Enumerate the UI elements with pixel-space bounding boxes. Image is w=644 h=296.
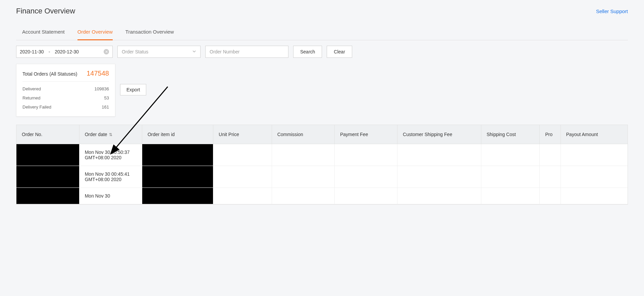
table-row[interactable]: Mon Nov 30 00:50:37 GMT+08:00 2020 (16, 144, 628, 166)
date-separator: - (49, 49, 50, 54)
cell-order-item-id-redacted (142, 144, 213, 166)
summary-value: 53 (104, 95, 109, 100)
order-number-input[interactable] (205, 46, 288, 58)
col-commission[interactable]: Commission (272, 125, 334, 144)
cell-promo (540, 166, 560, 188)
cell-order-date: Mon Nov 30 00:50:37 GMT+08:00 2020 (79, 144, 142, 166)
order-status-select[interactable]: Order Status (117, 46, 201, 58)
summary-row-returned: Returned 53 (22, 93, 109, 102)
summary-title: Total Orders (All Statuses) (22, 71, 77, 77)
cell-shipping-cost (481, 188, 540, 204)
summary-label: Returned (22, 95, 40, 100)
clear-date-icon[interactable]: ✕ (104, 49, 109, 54)
cell-unit-price (213, 144, 272, 166)
table-row[interactable]: Mon Nov 30 00:45:41 GMT+08:00 2020 (16, 166, 628, 188)
seller-support-link[interactable]: Seller Support (596, 8, 628, 14)
cell-promo (540, 144, 560, 166)
page-title: Finance Overview (16, 7, 75, 15)
order-status-placeholder: Order Status (122, 49, 148, 54)
cell-payment-fee (334, 188, 397, 204)
chevron-down-icon (192, 49, 196, 54)
col-order-date[interactable]: Order date ⇅ (79, 125, 142, 144)
clear-button[interactable]: Clear (327, 46, 352, 58)
col-customer-shipping-fee[interactable]: Customer Shipping Fee (397, 125, 481, 144)
cell-order-item-id-redacted (142, 188, 213, 204)
col-order-no[interactable]: Order No. (16, 125, 79, 144)
cell-payment-fee (334, 144, 397, 166)
cell-order-item-id-redacted (142, 166, 213, 188)
cell-payout-amount (560, 188, 628, 204)
summary-value: 109836 (95, 86, 109, 91)
table-row[interactable]: Mon Nov 30 (16, 188, 628, 204)
search-button[interactable]: Search (293, 46, 322, 58)
cell-unit-price (213, 166, 272, 188)
cell-order-date: Mon Nov 30 00:45:41 GMT+08:00 2020 (79, 166, 142, 188)
tabs: Account Statement Order Overview Transac… (16, 26, 628, 40)
cell-order-no-redacted (16, 144, 79, 166)
cell-shipping-cost (481, 144, 540, 166)
col-order-date-label: Order date (85, 132, 107, 137)
col-payment-fee[interactable]: Payment Fee (334, 125, 397, 144)
cell-shipping-cost (481, 166, 540, 188)
cell-order-no-redacted (16, 188, 79, 204)
cell-commission (272, 188, 334, 204)
cell-customer-shipping-fee (397, 166, 481, 188)
cell-commission (272, 166, 334, 188)
tab-account-statement[interactable]: Account Statement (22, 26, 65, 40)
col-order-item-id[interactable]: Order item id (142, 125, 213, 144)
export-button[interactable]: Export (120, 84, 146, 95)
cell-order-no-redacted (16, 166, 79, 188)
cell-customer-shipping-fee (397, 188, 481, 204)
summary-label: Delivered (22, 86, 41, 91)
summary-value: 161 (102, 104, 109, 110)
tab-order-overview[interactable]: Order Overview (77, 26, 113, 40)
tab-transaction-overview[interactable]: Transaction Overview (125, 26, 174, 40)
summary-total: 147548 (87, 70, 109, 77)
cell-payout-amount (560, 166, 628, 188)
col-promo[interactable]: Pro (540, 125, 560, 144)
orders-table: Order No. Order date ⇅ Order item id Uni… (16, 125, 628, 205)
summary-label: Delivery Failed (22, 104, 51, 110)
cell-unit-price (213, 188, 272, 204)
cell-promo (540, 188, 560, 204)
sort-icon[interactable]: ⇅ (108, 132, 112, 137)
summary-card: Total Orders (All Statuses) 147548 Deliv… (16, 64, 115, 117)
summary-row-delivered: Delivered 109836 (22, 84, 109, 93)
date-to: 2020-12-30 (55, 49, 79, 54)
col-payout-amount[interactable]: Payout Amount (560, 125, 628, 144)
cell-order-date: Mon Nov 30 (79, 188, 142, 204)
cell-payment-fee (334, 166, 397, 188)
date-range-picker[interactable]: 2020-11-30 - 2020-12-30 ✕ (16, 46, 113, 58)
filter-bar: 2020-11-30 - 2020-12-30 ✕ Order Status S… (16, 46, 628, 58)
date-from: 2020-11-30 (20, 49, 44, 54)
cell-payout-amount (560, 144, 628, 166)
col-unit-price[interactable]: Unit Price (213, 125, 272, 144)
summary-row-delivery-failed: Delivery Failed 161 (22, 102, 109, 112)
cell-commission (272, 144, 334, 166)
cell-customer-shipping-fee (397, 144, 481, 166)
col-shipping-cost[interactable]: Shipping Cost (481, 125, 540, 144)
